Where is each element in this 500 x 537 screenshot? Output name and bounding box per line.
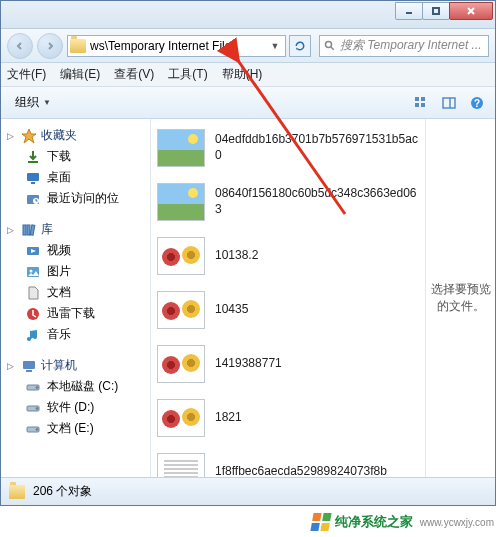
file-thumbnail	[157, 291, 205, 329]
file-thumbnail	[157, 453, 205, 477]
address-bar[interactable]: ws\Temporary Internet Files ▼	[67, 35, 286, 57]
sidebar-item-xunlei[interactable]: 迅雷下载	[1, 303, 150, 324]
menu-tools[interactable]: 工具(T)	[168, 66, 207, 83]
sidebar-item-drive-c[interactable]: 本地磁盘 (C:)	[1, 376, 150, 397]
svg-rect-9	[421, 103, 425, 107]
svg-text:?: ?	[474, 98, 480, 109]
file-item[interactable]: 04edfddb16b3701b7b576971531b5ac0	[155, 125, 421, 179]
titlebar[interactable]	[1, 1, 495, 29]
watermark-url: www.ycwxjy.com	[420, 517, 494, 528]
watermark: 纯净系统之家 www.ycwxjy.com	[312, 513, 494, 531]
sidebar-item-downloads[interactable]: 下载	[1, 146, 150, 167]
desktop-icon	[25, 170, 41, 186]
file-pane: 04edfddb16b3701b7b576971531b5ac008640f15…	[151, 119, 495, 477]
back-button[interactable]	[7, 33, 33, 59]
recent-icon	[25, 191, 41, 207]
file-item[interactable]: 10138.2	[155, 233, 421, 287]
svg-rect-19	[23, 225, 26, 235]
video-icon	[25, 243, 41, 259]
sidebar-favorites-label: 收藏夹	[41, 127, 77, 144]
watermark-logo-icon	[310, 513, 331, 531]
file-item[interactable]: 1821	[155, 395, 421, 449]
sidebar-item-drive-d[interactable]: 软件 (D:)	[1, 397, 150, 418]
svg-rect-10	[443, 98, 455, 108]
svg-rect-7	[421, 97, 425, 101]
preview-text: 选择要预览的文件。	[430, 281, 491, 315]
organize-button[interactable]: 组织 ▼	[7, 91, 59, 114]
file-item[interactable]: 1f8ffbec6aecda52989824073f8b	[155, 449, 421, 477]
menu-file[interactable]: 文件(F)	[7, 66, 46, 83]
help-button[interactable]: ?	[465, 91, 489, 115]
minimize-button[interactable]	[395, 2, 423, 20]
status-bar: 206 个对象	[1, 477, 495, 505]
music-icon	[25, 327, 41, 343]
sidebar-item-pictures[interactable]: 图片	[1, 261, 150, 282]
picture-icon	[25, 264, 41, 280]
document-icon	[25, 285, 41, 301]
svg-rect-20	[27, 225, 30, 235]
file-name: 10435	[215, 302, 248, 318]
forward-button[interactable]	[37, 33, 63, 59]
file-name: 10138.2	[215, 248, 258, 264]
file-list[interactable]: 04edfddb16b3701b7b576971531b5ac008640f15…	[151, 119, 425, 477]
preview-pane: 选择要预览的文件。	[425, 119, 495, 477]
menu-view[interactable]: 查看(V)	[114, 66, 154, 83]
svg-rect-6	[415, 97, 419, 101]
svg-point-30	[36, 386, 38, 388]
sidebar-favorites-header[interactable]: ▷ 收藏夹	[1, 125, 150, 146]
explorer-window: ws\Temporary Internet Files ▼ 搜索 Tempora…	[0, 0, 496, 506]
collapse-icon: ▷	[7, 225, 17, 235]
content-body: ▷ 收藏夹 下载 桌面 最近访问的位 ▷ 库 视频 图片 文档 迅雷下载 音乐	[1, 119, 495, 477]
file-item[interactable]: 10435	[155, 287, 421, 341]
file-thumbnail	[157, 345, 205, 383]
nav-row: ws\Temporary Internet Files ▼ 搜索 Tempora…	[1, 29, 495, 63]
svg-rect-21	[30, 224, 35, 234]
toolbar: 组织 ▼ ?	[1, 87, 495, 119]
svg-rect-1	[433, 8, 439, 14]
sidebar-item-music[interactable]: 音乐	[1, 324, 150, 345]
svg-line-5	[331, 46, 334, 49]
sidebar-item-documents[interactable]: 文档	[1, 282, 150, 303]
drive-icon	[25, 400, 41, 416]
search-icon	[324, 40, 336, 52]
organize-label: 组织	[15, 94, 39, 111]
refresh-button[interactable]	[289, 35, 311, 57]
svg-point-34	[36, 428, 38, 430]
file-name: 04edfddb16b3701b7b576971531b5ac0	[215, 132, 419, 163]
address-dropdown-icon[interactable]: ▼	[267, 41, 283, 51]
menu-edit[interactable]: 编辑(E)	[60, 66, 100, 83]
library-icon	[21, 222, 37, 238]
search-input[interactable]: 搜索 Temporary Internet ...	[319, 35, 489, 57]
sidebar-item-desktop[interactable]: 桌面	[1, 167, 150, 188]
download-icon	[25, 149, 41, 165]
xunlei-icon	[25, 306, 41, 322]
chevron-down-icon: ▼	[43, 98, 51, 107]
collapse-icon: ▷	[7, 361, 17, 371]
file-item[interactable]: 08640f156180c60b5dc348c3663ed063	[155, 179, 421, 233]
svg-rect-16	[31, 182, 35, 184]
drive-icon	[25, 379, 41, 395]
sidebar-libraries-header[interactable]: ▷ 库	[1, 219, 150, 240]
computer-icon	[21, 358, 37, 374]
status-text: 206 个对象	[33, 483, 92, 500]
maximize-button[interactable]	[422, 2, 450, 20]
file-thumbnail	[157, 129, 205, 167]
sidebar-item-recent[interactable]: 最近访问的位	[1, 188, 150, 209]
svg-rect-27	[23, 361, 35, 369]
sidebar-item-drive-e[interactable]: 文档 (E:)	[1, 418, 150, 439]
preview-pane-button[interactable]	[437, 91, 461, 115]
menu-help[interactable]: 帮助(H)	[222, 66, 263, 83]
svg-rect-15	[27, 173, 39, 181]
view-mode-button[interactable]	[409, 91, 433, 115]
svg-point-25	[30, 269, 33, 272]
sidebar-item-videos[interactable]: 视频	[1, 240, 150, 261]
svg-rect-28	[26, 370, 32, 372]
window-controls	[396, 2, 493, 20]
file-thumbnail	[157, 237, 205, 275]
file-item[interactable]: 1419388771	[155, 341, 421, 395]
file-name: 1f8ffbec6aecda52989824073f8b	[215, 464, 387, 477]
sidebar-computer-header[interactable]: ▷ 计算机	[1, 355, 150, 376]
folder-icon	[9, 485, 25, 499]
close-button[interactable]	[449, 2, 493, 20]
search-placeholder: 搜索 Temporary Internet ...	[340, 37, 482, 54]
